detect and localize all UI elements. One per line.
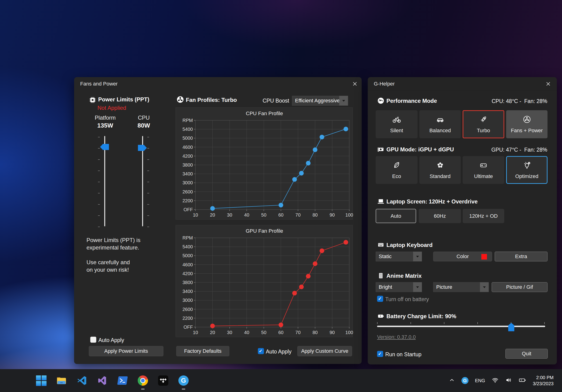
svg-text:40: 40	[244, 212, 249, 217]
performance-balanced-button[interactable]: Balanced	[419, 110, 461, 138]
auto-apply-power-checkbox[interactable]	[90, 337, 96, 343]
svg-text:GPU Fan Profile: GPU Fan Profile	[246, 228, 283, 234]
gamepad-icon	[479, 161, 488, 171]
screen-button-label: 60Hz	[434, 213, 446, 219]
system-tray: ENG 2:00 PM 3/23/2023	[449, 369, 554, 392]
color-swatch[interactable]	[481, 254, 487, 259]
g-helper-tray-icon[interactable]	[461, 377, 468, 384]
flower-icon	[436, 161, 445, 171]
mode-button-label: Fans + Power	[511, 128, 543, 134]
tidal-icon[interactable]	[158, 375, 169, 386]
laptop-keyboard-header: Laptop Keyboard	[386, 242, 433, 248]
screen-60hz-button[interactable]: 60Hz	[419, 209, 461, 223]
close-icon[interactable]	[545, 81, 551, 87]
gpu-fan-profile-chart[interactable]: GPU Fan ProfileOFF2200260030003400380042…	[176, 225, 353, 337]
wifi-icon[interactable]	[492, 377, 499, 384]
fans-power-button[interactable]: Fans + Power	[506, 110, 548, 138]
visual-studio-icon[interactable]	[97, 375, 107, 386]
gpu-ultimate-button[interactable]: Ultimate	[463, 156, 504, 184]
power-limits-note-line1: Power Limits (PPT) is	[86, 237, 140, 243]
svg-text:4600: 4600	[183, 262, 193, 267]
gpu-eco-button[interactable]: Eco	[376, 156, 418, 184]
chevron-down-icon[interactable]	[413, 282, 422, 292]
fans-window-titlebar[interactable]: Fans and Power	[74, 77, 362, 90]
clock[interactable]: 2:00 PM 3/23/2023	[533, 374, 554, 387]
quit-button[interactable]: Quit	[505, 349, 548, 358]
vscode-icon[interactable]	[76, 375, 87, 386]
screen-button-label: 120Hz + OD	[469, 213, 498, 219]
svg-text:90: 90	[330, 330, 335, 335]
cpu-boost-label: CPU Boost	[238, 98, 289, 104]
cpu-boost-dropdown[interactable]: Efficient Aggressive	[292, 96, 348, 106]
performance-turbo-button[interactable]: Turbo	[463, 110, 504, 138]
gpu-mode-header: GPU Mode: iGPU + dGPU	[386, 146, 454, 153]
apply-custom-curve-button[interactable]: Apply Custom Curve	[297, 346, 352, 356]
keyboard-color-button[interactable]: Color	[433, 252, 492, 261]
power-limits-title: Power Limits (PPT)	[98, 96, 149, 103]
performance-silent-button[interactable]: Silent	[376, 110, 418, 138]
windows-start-icon[interactable]	[36, 375, 47, 386]
chevron-down-icon[interactable]	[413, 252, 422, 261]
run-on-startup-checkbox[interactable]	[377, 351, 383, 357]
keyboard-extra-button[interactable]: Extra	[495, 252, 548, 261]
chevron-down-icon[interactable]	[339, 96, 348, 106]
svg-text:3800: 3800	[183, 162, 193, 168]
keyboard-mode-dropdown[interactable]: Static	[376, 252, 422, 261]
svg-text:OFF: OFF	[184, 325, 193, 330]
laptop-icon	[377, 198, 384, 206]
keyboard-mode-value: Static	[376, 254, 392, 259]
powershell-icon[interactable]	[117, 375, 128, 386]
svg-text:20: 20	[210, 330, 215, 335]
version-link[interactable]: Version: 0.37.0.0	[377, 334, 416, 340]
volume-icon[interactable]	[505, 377, 512, 384]
svg-text:10: 10	[193, 212, 198, 217]
factory-defaults-button[interactable]: Factory Defaults	[176, 346, 229, 356]
gpu-optimized-button[interactable]: Optimized	[506, 156, 548, 184]
cpu-slider-thumb[interactable]	[138, 145, 147, 151]
fan-icon	[523, 115, 531, 125]
screen-120hz-od-button[interactable]: 120Hz + OD	[463, 209, 504, 223]
clock-date: 3/23/2023	[533, 381, 554, 387]
svg-text:3400: 3400	[183, 289, 193, 294]
battery-tray-icon[interactable]	[519, 377, 526, 384]
matrix-brightness-dropdown[interactable]: Bright	[376, 282, 422, 292]
turn-off-on-battery-checkbox[interactable]	[377, 296, 383, 302]
gpu-standard-button[interactable]: Standard	[419, 156, 461, 184]
performance-mode-header: Performance Mode	[386, 98, 437, 104]
chevron-down-icon[interactable]	[480, 282, 489, 292]
power-limits-note-line4: on your own risk!	[86, 267, 129, 273]
svg-text:4200: 4200	[183, 154, 193, 159]
turn-off-on-battery-label: Turn off on battery	[385, 296, 429, 302]
matrix-mode-dropdown[interactable]: Picture	[433, 282, 489, 292]
tray-chevron-up-icon[interactable]	[449, 377, 455, 384]
power-limits-note-line2: experimental feature.	[86, 244, 139, 251]
platform-slider-ticks	[98, 137, 100, 227]
clock-time: 2:00 PM	[533, 374, 554, 381]
picture-gif-button[interactable]: Picture / Gif	[492, 282, 548, 292]
mode-button-label: Balanced	[429, 128, 451, 134]
screen-auto-button[interactable]: Auto	[376, 209, 416, 223]
fans-and-power-window: Fans and Power Power Limits (PPT) Not Ap…	[74, 77, 362, 364]
svg-text:4600: 4600	[183, 145, 193, 150]
language-indicator[interactable]: ENG	[475, 378, 485, 383]
window-title: G-Helper	[374, 77, 395, 90]
svg-text:3000: 3000	[183, 180, 193, 185]
battery-slider-track[interactable]	[377, 326, 545, 327]
ghelper-titlebar[interactable]: G-Helper	[368, 77, 557, 90]
matrix-icon	[377, 272, 384, 280]
apply-power-limits-button[interactable]: Apply Power Limits	[89, 346, 164, 356]
mode-button-label: Standard	[430, 173, 450, 179]
svg-text:10: 10	[193, 330, 198, 335]
file-explorer-icon[interactable]	[56, 375, 67, 386]
svg-text:70: 70	[295, 212, 301, 217]
g-helper-icon[interactable]	[178, 375, 189, 386]
auto-apply-curve-checkbox[interactable]	[258, 348, 264, 354]
cpu-fan-profile-chart[interactable]: CPU Fan ProfileOFF2200260030003400380042…	[176, 107, 353, 220]
run-on-startup-label: Run on Startup	[385, 351, 422, 358]
svg-text:5400: 5400	[183, 127, 193, 132]
platform-slider-thumb[interactable]	[100, 144, 109, 150]
g-helper-window: G-Helper Performance Mode CPU: 48°C - Fa…	[368, 77, 557, 364]
close-icon[interactable]	[352, 81, 358, 87]
battery-slider-thumb[interactable]	[508, 323, 514, 331]
chrome-icon[interactable]	[138, 375, 148, 386]
